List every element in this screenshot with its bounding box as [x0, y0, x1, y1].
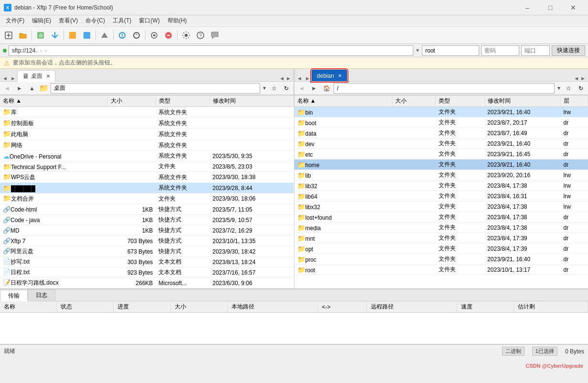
address-input[interactable] — [9, 45, 413, 56]
left-file-row[interactable]: 🔗Code-html 1KB 快捷方式 2023/5/7, 11:05 — [0, 204, 294, 215]
left-file-row[interactable]: 📁控制面板 系统文件夹 — [0, 118, 294, 129]
right-nav-next[interactable]: ► — [304, 75, 312, 81]
right-col-perm[interactable]: 层 — [561, 96, 588, 107]
debian-tab-close[interactable]: ✕ — [338, 73, 342, 78]
menu-help[interactable]: 帮助(H) — [164, 15, 191, 26]
right-home-btn[interactable]: 🏠 — [321, 83, 332, 94]
tb-new-session[interactable] — [2, 29, 15, 42]
transfer-col-remote[interactable]: 远程路径 — [367, 301, 457, 313]
tb-btn-6[interactable] — [80, 29, 94, 42]
password-input[interactable] — [481, 45, 519, 56]
tb-help[interactable]: ? — [194, 29, 207, 42]
right-file-list[interactable]: 名称 ▲ 大小 类型 修改时间 层 📁bin 文件夹 2023/9/21, 16… — [294, 96, 588, 288]
left-file-row[interactable]: 🔗Xftp 7 703 Bytes 快捷方式 2023/10/1, 13:35 — [0, 236, 294, 246]
right-file-row[interactable]: 📁bin 文件夹 2023/9/21, 16:40 lrw — [294, 107, 588, 117]
close-button[interactable]: ✕ — [562, 0, 584, 15]
right-file-row[interactable]: 📁lib64 文件夹 2023/8/4, 16:31 lrw — [294, 191, 588, 202]
right-forward-btn[interactable]: ► — [309, 83, 319, 94]
left-nav-prev[interactable]: ◄ — [1, 75, 9, 81]
left-file-row[interactable]: 📁此电脑 系统文件夹 — [0, 129, 294, 140]
address-dropdown[interactable]: ▼ — [415, 48, 420, 53]
left-tab-close[interactable]: ✕ — [46, 74, 50, 79]
left-file-row[interactable]: 🔗MD 1KB 快捷方式 2023/7/2, 16:29 — [0, 225, 294, 236]
left-bookmark-btn[interactable]: ☆ — [269, 83, 279, 94]
right-file-row[interactable]: 📁root 文件夹 2023/10/1, 13:17 dr — [294, 265, 588, 275]
right-file-row[interactable]: 📁data 文件夹 2023/8/7, 16:49 dr — [294, 128, 588, 138]
maximize-button[interactable]: □ — [539, 0, 561, 15]
left-panel-tab-desktop[interactable]: 🖥 桌面 ✕ — [17, 70, 55, 82]
left-back-btn[interactable]: ◄ — [2, 83, 12, 94]
tb-comment[interactable] — [208, 29, 221, 42]
right-file-row[interactable]: 📁etc 文件夹 2023/9/21, 16:45 dr — [294, 149, 588, 160]
right-nav-prev[interactable]: ◄ — [295, 75, 304, 81]
right-panel-nav-right[interactable]: ◄ ► — [572, 75, 587, 81]
right-col-name[interactable]: 名称 ▲ — [294, 96, 392, 107]
right-path-input[interactable] — [334, 83, 555, 94]
menu-window[interactable]: 窗口(W) — [135, 15, 163, 26]
left-file-row[interactable]: ☁OneDrive - Personal 系统文件夹 2023/5/30, 9:… — [0, 151, 294, 161]
menu-tools[interactable]: 工具(T) — [109, 15, 135, 26]
right-file-row[interactable]: 📁home 文件夹 2023/9/21, 16:40 dr — [294, 160, 588, 170]
right-bookmark-btn[interactable]: ☆ — [563, 83, 574, 94]
right-col-date[interactable]: 修改时间 — [484, 96, 560, 107]
transfer-col-size[interactable]: 大小 — [170, 301, 228, 313]
transfer-col-speed[interactable]: 速度 — [457, 301, 514, 313]
left-col-size[interactable]: 大小 — [108, 96, 156, 107]
left-file-row[interactable]: 🔗阿里云盘 673 Bytes 快捷方式 2023/9/30, 18:42 — [0, 246, 294, 257]
tb-settings[interactable] — [179, 29, 193, 42]
right-file-row[interactable]: 📁lost+found 文件夹 2023/8/4, 17:38 dr — [294, 212, 588, 223]
right-back-btn[interactable]: ◄ — [296, 83, 307, 94]
right-col-size[interactable]: 大小 — [392, 96, 436, 107]
tb-open-folder[interactable] — [16, 29, 30, 42]
left-file-row[interactable]: 📁文档合并 文件夹 2023/9/30, 18:06 — [0, 193, 294, 204]
left-file-row[interactable]: 📁██████ 系统文件夹 2023/9/28, 8:44 — [0, 183, 294, 193]
menu-edit[interactable]: 编辑(E) — [28, 15, 55, 26]
transfer-tab-log[interactable]: 日志 — [28, 289, 55, 301]
left-file-row[interactable]: 📄日程.txt 923 Bytes 文本文档 2023/7/16, 16:57 — [0, 267, 294, 278]
minimize-button[interactable]: – — [516, 0, 538, 15]
port-input[interactable] — [521, 45, 550, 56]
right-file-row[interactable]: 📁lib32 文件夹 2023/8/4, 17:38 lrw — [294, 181, 588, 191]
tb-btn-4[interactable] — [48, 29, 62, 42]
left-col-name[interactable]: 名称 ▲ — [0, 96, 108, 107]
tb-btn-10[interactable] — [147, 29, 161, 42]
tb-btn-11[interactable] — [162, 29, 175, 42]
right-file-row[interactable]: 📁media 文件夹 2023/8/4, 17:38 dr — [294, 223, 588, 233]
connect-button[interactable]: 快速连接 — [552, 45, 585, 56]
right-file-row[interactable]: 📁proc 文件夹 2023/9/21, 16:40 dr — [294, 254, 588, 265]
right-col-type[interactable]: 类型 — [436, 96, 485, 107]
menu-command[interactable]: 命令(C) — [82, 15, 109, 26]
right-file-row[interactable]: 📁mnt 文件夹 2023/8/4, 17:39 dr — [294, 233, 588, 244]
left-path-dropdown[interactable]: ▼ — [262, 85, 267, 91]
tb-btn-7[interactable] — [98, 29, 111, 42]
left-col-date[interactable]: 修改时间 — [210, 96, 294, 107]
left-file-row[interactable]: 📁WPS云盘 系统文件夹 2023/9/30, 18:38 — [0, 172, 294, 183]
right-file-row[interactable]: 📁boot 文件夹 2023/8/7, 20:17 dr — [294, 117, 588, 128]
username-input[interactable] — [422, 45, 479, 56]
right-panel-tab-debian[interactable]: debian ✕ — [312, 70, 347, 81]
left-file-row[interactable]: 📁Technical Support F... 文件夹 2023/8/5, 23… — [0, 161, 294, 172]
left-nav-next[interactable]: ► — [9, 75, 17, 81]
right-path-dropdown[interactable]: ▼ — [556, 85, 561, 91]
right-file-row[interactable]: 📁libx32 文件夹 2023/8/4, 17:38 lrw — [294, 202, 588, 212]
right-refresh-btn[interactable]: ↻ — [576, 83, 586, 94]
tb-btn-9[interactable] — [130, 29, 143, 42]
left-file-row[interactable]: 📁网络 系统文件夹 — [0, 140, 294, 151]
transfer-tab-transfer[interactable]: 传输 — [0, 290, 28, 301]
left-col-type[interactable]: 类型 — [156, 96, 210, 107]
menu-view[interactable]: 查看(V) — [55, 15, 82, 26]
transfer-col-status[interactable]: 状态 — [56, 301, 114, 313]
right-file-row[interactable]: 📁opt 文件夹 2023/8/4, 17:39 dr — [294, 244, 588, 254]
tb-btn-8[interactable] — [116, 29, 129, 42]
transfer-col-eta[interactable]: 估计剩 — [514, 301, 588, 313]
left-file-row[interactable]: 📁库 系统文件夹 — [0, 107, 294, 118]
tb-btn-5[interactable] — [66, 29, 79, 42]
left-panel-nav-right[interactable]: ◄ ► — [278, 75, 293, 81]
left-file-list[interactable]: 名称 ▲ 大小 类型 修改时间 📁库 系统文件夹 📁控制面板 系统文件夹 📁此电… — [0, 96, 294, 288]
left-file-row[interactable]: 🔗Code - java 1KB 快捷方式 2023/5/9, 10:57 — [0, 215, 294, 225]
transfer-col-progress[interactable]: 进度 — [114, 301, 171, 313]
right-file-row[interactable]: 📁dev 文件夹 2023/9/21, 16:40 dr — [294, 138, 588, 149]
transfer-col-direction[interactable]: <-> — [318, 301, 367, 313]
left-refresh-btn[interactable]: ↻ — [281, 83, 292, 94]
left-file-row[interactable]: 📝日程学习路线.docx 266KB Microsoft... 2023/6/3… — [0, 278, 294, 288]
